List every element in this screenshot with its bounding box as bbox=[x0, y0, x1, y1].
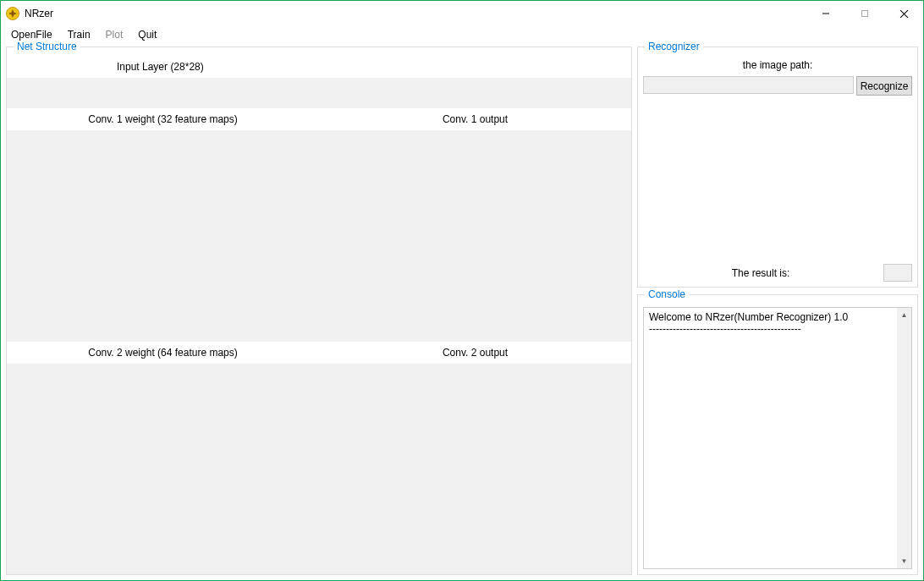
recognize-button[interactable]: Recognize bbox=[856, 76, 912, 96]
minimize-button[interactable] bbox=[806, 1, 845, 26]
image-path-input[interactable] bbox=[643, 76, 854, 94]
image-preview bbox=[706, 104, 850, 248]
conv2-output-label: Conv. 2 output bbox=[319, 342, 631, 364]
recognizer-group: Recognizer the image path: Recognize The… bbox=[637, 47, 918, 288]
window-controls bbox=[806, 1, 923, 26]
conv1-weight-canvas bbox=[7, 130, 319, 342]
left-column: Net Structure Input Layer (28*28) Conv. … bbox=[6, 47, 632, 575]
conv1-weight-label: Conv. 1 weight (32 feature maps) bbox=[7, 108, 319, 130]
menu-plot: Plot bbox=[99, 27, 130, 42]
app-window: NRzer OpenFile Train Plot Quit Net Struc… bbox=[0, 0, 924, 581]
conv2-label-row: Conv. 2 weight (64 feature maps) Conv. 2… bbox=[7, 342, 631, 364]
console-scrollbar[interactable]: ▲ ▼ bbox=[897, 308, 911, 568]
svg-rect-1 bbox=[862, 11, 868, 17]
titlebar-left: NRzer bbox=[1, 7, 53, 20]
content-area: Net Structure Input Layer (28*28) Conv. … bbox=[1, 43, 923, 580]
recognizer-title: Recognizer bbox=[645, 41, 703, 52]
window-title: NRzer bbox=[25, 8, 53, 19]
conv2-weight-canvas bbox=[7, 364, 319, 575]
maximize-button bbox=[845, 1, 884, 26]
image-path-label: the image path: bbox=[643, 59, 912, 71]
net-structure-title: Net Structure bbox=[14, 41, 80, 52]
menu-quit[interactable]: Quit bbox=[131, 27, 163, 42]
scroll-up-icon[interactable]: ▲ bbox=[897, 308, 911, 322]
path-row: Recognize bbox=[643, 76, 912, 96]
console-text-wrap: Welcome to NRzer(Number Recognizer) 1.0 … bbox=[643, 307, 912, 569]
result-label: The result is: bbox=[643, 267, 878, 279]
conv2-canvas-row bbox=[7, 364, 631, 575]
console-output[interactable]: Welcome to NRzer(Number Recognizer) 1.0 … bbox=[644, 308, 897, 568]
conv1-output-canvas bbox=[319, 130, 631, 342]
menubar: OpenFile Train Plot Quit bbox=[1, 26, 923, 43]
right-column: Recognizer the image path: Recognize The… bbox=[637, 47, 918, 575]
conv1-output-label: Conv. 1 output bbox=[319, 108, 631, 130]
console-group: Console Welcome to NRzer(Number Recogniz… bbox=[637, 294, 918, 575]
result-output bbox=[883, 264, 912, 282]
console-title: Console bbox=[645, 288, 689, 300]
scroll-down-icon[interactable]: ▼ bbox=[897, 554, 911, 568]
conv1-label-row: Conv. 1 weight (32 feature maps) Conv. 1… bbox=[7, 108, 631, 130]
conv2-output-canvas bbox=[319, 364, 631, 575]
app-icon bbox=[6, 7, 19, 20]
net-structure-group: Net Structure Input Layer (28*28) Conv. … bbox=[6, 47, 632, 575]
input-layer-label: Input Layer (28*28) bbox=[7, 56, 631, 78]
input-layer-canvas bbox=[7, 78, 631, 108]
close-button[interactable] bbox=[884, 1, 923, 26]
conv1-canvas-row bbox=[7, 130, 631, 342]
result-row: The result is: bbox=[643, 264, 912, 282]
titlebar: NRzer bbox=[1, 1, 923, 26]
conv2-weight-label: Conv. 2 weight (64 feature maps) bbox=[7, 342, 319, 364]
